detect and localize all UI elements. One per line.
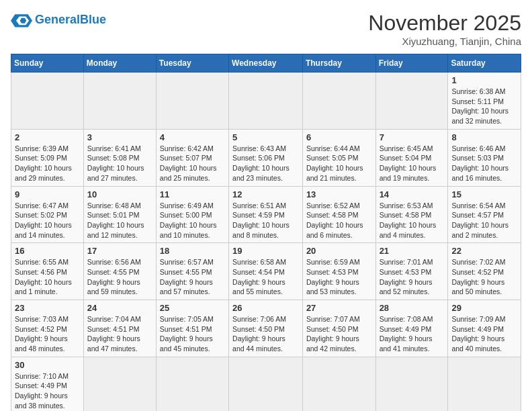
- day-number: 9: [15, 189, 80, 199]
- calendar-cell: 9Sunrise: 6:47 AM Sunset: 5:02 PM Daylig…: [11, 186, 84, 243]
- day-number: 15: [451, 189, 517, 199]
- calendar-week-2: 2Sunrise: 6:39 AM Sunset: 5:09 PM Daylig…: [11, 129, 521, 186]
- day-number: 28: [380, 303, 445, 313]
- page-header: GeneralBlue November 2025 Xiyuzhuang, Ti…: [11, 11, 521, 47]
- day-info: Sunrise: 7:02 AM Sunset: 4:52 PM Dayligh…: [451, 257, 517, 297]
- day-info: Sunrise: 6:53 AM Sunset: 4:58 PM Dayligh…: [380, 201, 445, 240]
- day-info: Sunrise: 7:06 AM Sunset: 4:50 PM Dayligh…: [232, 314, 299, 354]
- calendar-cell: 8Sunrise: 6:46 AM Sunset: 5:03 PM Daylig…: [448, 129, 521, 186]
- calendar-cell: [375, 73, 448, 130]
- day-number: 7: [380, 132, 445, 142]
- day-info: Sunrise: 7:01 AM Sunset: 4:53 PM Dayligh…: [380, 257, 445, 297]
- day-info: Sunrise: 7:07 AM Sunset: 4:50 PM Dayligh…: [306, 314, 372, 354]
- calendar-cell: 2Sunrise: 6:39 AM Sunset: 5:09 PM Daylig…: [11, 129, 84, 186]
- day-info: Sunrise: 7:05 AM Sunset: 4:51 PM Dayligh…: [160, 314, 225, 354]
- calendar-cell: [11, 73, 84, 130]
- calendar-cell: 7Sunrise: 6:45 AM Sunset: 5:04 PM Daylig…: [375, 129, 448, 186]
- day-number: 16: [15, 246, 80, 256]
- day-info: Sunrise: 6:46 AM Sunset: 5:03 PM Dayligh…: [451, 144, 517, 183]
- day-info: Sunrise: 7:08 AM Sunset: 4:49 PM Dayligh…: [380, 314, 445, 354]
- calendar-cell: 12Sunrise: 6:51 AM Sunset: 4:59 PM Dayli…: [229, 186, 303, 243]
- calendar-cell: [302, 357, 375, 411]
- day-number: 19: [232, 246, 299, 256]
- calendar-table: SundayMondayTuesdayWednesdayThursdayFrid…: [11, 54, 521, 411]
- calendar-cell: 3Sunrise: 6:41 AM Sunset: 5:08 PM Daylig…: [83, 129, 156, 186]
- weekday-header-thursday: Thursday: [302, 54, 375, 73]
- day-number: 13: [306, 189, 372, 199]
- day-info: Sunrise: 6:54 AM Sunset: 4:57 PM Dayligh…: [451, 201, 517, 240]
- day-info: Sunrise: 6:58 AM Sunset: 4:54 PM Dayligh…: [232, 257, 299, 297]
- calendar-cell: 14Sunrise: 6:53 AM Sunset: 4:58 PM Dayli…: [375, 186, 448, 243]
- day-number: 11: [160, 189, 225, 199]
- day-info: Sunrise: 6:39 AM Sunset: 5:09 PM Dayligh…: [15, 144, 80, 183]
- calendar-cell: 6Sunrise: 6:44 AM Sunset: 5:05 PM Daylig…: [302, 129, 375, 186]
- title-section: November 2025 Xiyuzhuang, Tianjin, China: [368, 11, 521, 47]
- day-info: Sunrise: 6:55 AM Sunset: 4:56 PM Dayligh…: [15, 257, 80, 297]
- day-info: Sunrise: 7:04 AM Sunset: 4:51 PM Dayligh…: [87, 314, 152, 354]
- day-number: 12: [232, 189, 299, 199]
- calendar-week-1: 1Sunrise: 6:38 AM Sunset: 5:11 PM Daylig…: [11, 73, 521, 130]
- calendar-cell: [448, 357, 521, 411]
- calendar-cell: [229, 73, 303, 130]
- calendar-cell: 17Sunrise: 6:56 AM Sunset: 4:55 PM Dayli…: [83, 243, 156, 300]
- calendar-cell: [156, 73, 228, 130]
- day-number: 14: [380, 189, 445, 199]
- calendar-cell: 4Sunrise: 6:42 AM Sunset: 5:07 PM Daylig…: [156, 129, 228, 186]
- day-info: Sunrise: 7:09 AM Sunset: 4:49 PM Dayligh…: [451, 314, 517, 354]
- calendar-cell: 15Sunrise: 6:54 AM Sunset: 4:57 PM Dayli…: [448, 186, 521, 243]
- calendar-body: 1Sunrise: 6:38 AM Sunset: 5:11 PM Daylig…: [11, 73, 521, 412]
- calendar-cell: 20Sunrise: 6:59 AM Sunset: 4:53 PM Dayli…: [302, 243, 375, 300]
- weekday-header-tuesday: Tuesday: [156, 54, 228, 73]
- day-number: 20: [306, 246, 372, 256]
- day-info: Sunrise: 6:38 AM Sunset: 5:11 PM Dayligh…: [451, 87, 517, 126]
- weekday-header-saturday: Saturday: [448, 54, 521, 73]
- calendar-cell: 30Sunrise: 7:10 AM Sunset: 4:49 PM Dayli…: [11, 357, 84, 411]
- logo: GeneralBlue: [11, 11, 106, 30]
- calendar-cell: 23Sunrise: 7:03 AM Sunset: 4:52 PM Dayli…: [11, 300, 84, 357]
- calendar-cell: 5Sunrise: 6:43 AM Sunset: 5:06 PM Daylig…: [229, 129, 303, 186]
- calendar-cell: 24Sunrise: 7:04 AM Sunset: 4:51 PM Dayli…: [83, 300, 156, 357]
- calendar-cell: 10Sunrise: 6:48 AM Sunset: 5:01 PM Dayli…: [83, 186, 156, 243]
- day-number: 10: [87, 189, 152, 199]
- weekday-header-monday: Monday: [83, 54, 156, 73]
- day-info: Sunrise: 6:43 AM Sunset: 5:06 PM Dayligh…: [232, 144, 299, 183]
- day-info: Sunrise: 6:42 AM Sunset: 5:07 PM Dayligh…: [160, 144, 225, 183]
- weekday-header-sunday: Sunday: [11, 54, 84, 73]
- calendar-cell: 13Sunrise: 6:52 AM Sunset: 4:58 PM Dayli…: [302, 186, 375, 243]
- calendar-cell: 11Sunrise: 6:49 AM Sunset: 5:00 PM Dayli…: [156, 186, 228, 243]
- day-number: 4: [160, 132, 225, 142]
- day-info: Sunrise: 6:48 AM Sunset: 5:01 PM Dayligh…: [87, 201, 152, 240]
- calendar-week-3: 9Sunrise: 6:47 AM Sunset: 5:02 PM Daylig…: [11, 186, 521, 243]
- day-number: 8: [451, 132, 517, 142]
- calendar-cell: 29Sunrise: 7:09 AM Sunset: 4:49 PM Dayli…: [448, 300, 521, 357]
- calendar-week-4: 16Sunrise: 6:55 AM Sunset: 4:56 PM Dayli…: [11, 243, 521, 300]
- day-info: Sunrise: 6:49 AM Sunset: 5:00 PM Dayligh…: [160, 201, 225, 240]
- day-info: Sunrise: 6:57 AM Sunset: 4:55 PM Dayligh…: [160, 257, 225, 297]
- month-title: November 2025: [368, 11, 521, 36]
- day-number: 18: [160, 246, 225, 256]
- logo-text: GeneralBlue: [35, 13, 106, 27]
- calendar-week-5: 23Sunrise: 7:03 AM Sunset: 4:52 PM Dayli…: [11, 300, 521, 357]
- calendar-cell: 16Sunrise: 6:55 AM Sunset: 4:56 PM Dayli…: [11, 243, 84, 300]
- calendar-cell: 18Sunrise: 6:57 AM Sunset: 4:55 PM Dayli…: [156, 243, 228, 300]
- day-number: 24: [87, 303, 152, 313]
- calendar-cell: [375, 357, 448, 411]
- day-info: Sunrise: 6:56 AM Sunset: 4:55 PM Dayligh…: [87, 257, 152, 297]
- calendar-cell: 21Sunrise: 7:01 AM Sunset: 4:53 PM Dayli…: [375, 243, 448, 300]
- calendar-header: SundayMondayTuesdayWednesdayThursdayFrid…: [11, 54, 521, 73]
- day-number: 3: [87, 132, 152, 142]
- day-info: Sunrise: 6:47 AM Sunset: 5:02 PM Dayligh…: [15, 201, 80, 240]
- day-number: 29: [451, 303, 517, 313]
- day-info: Sunrise: 7:10 AM Sunset: 4:49 PM Dayligh…: [15, 371, 80, 411]
- day-info: Sunrise: 6:41 AM Sunset: 5:08 PM Dayligh…: [87, 144, 152, 183]
- calendar-cell: 25Sunrise: 7:05 AM Sunset: 4:51 PM Dayli…: [156, 300, 228, 357]
- day-number: 27: [306, 303, 372, 313]
- calendar-cell: [156, 357, 228, 411]
- calendar-cell: 26Sunrise: 7:06 AM Sunset: 4:50 PM Dayli…: [229, 300, 303, 357]
- day-number: 22: [451, 246, 517, 256]
- calendar-cell: [83, 357, 156, 411]
- calendar-cell: [302, 73, 375, 130]
- day-number: 21: [380, 246, 445, 256]
- day-number: 30: [15, 360, 80, 370]
- weekday-header-row: SundayMondayTuesdayWednesdayThursdayFrid…: [11, 54, 521, 73]
